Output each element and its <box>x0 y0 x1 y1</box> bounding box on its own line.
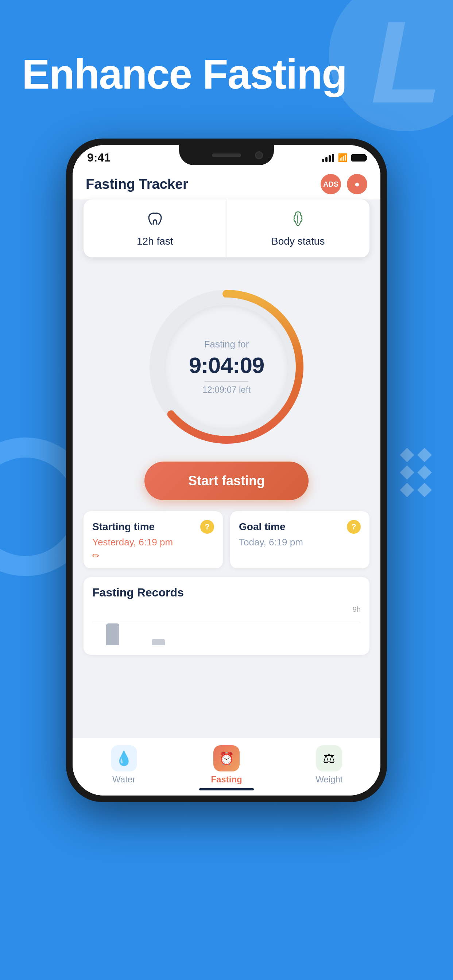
bg-clock-letter: L <box>371 4 442 120</box>
phone-frame: 9:41 📶 Fasting Tracker A <box>66 138 387 802</box>
records-section: Fasting Records 9h <box>83 577 370 655</box>
fasting-icon: ⏰ <box>214 745 239 772</box>
goal-time-value: Today, 6:19 pm <box>239 537 361 548</box>
nav-fasting[interactable]: ⏰ Fasting <box>175 745 278 784</box>
bg-diamonds <box>400 449 431 496</box>
bottom-nav: 💧 Water ⏰ Fasting ⚖ Weight <box>73 738 380 795</box>
starting-time-value: Yesterday, 6:19 pm <box>92 537 214 548</box>
goal-time-header: Goal time ? <box>239 520 361 534</box>
weight-emoji: ⚖ <box>323 750 335 766</box>
chart-max-label: 9h <box>353 605 361 614</box>
tab-12h-fast[interactable]: 12h fast <box>83 199 227 258</box>
water-icon: 💧 <box>111 745 137 772</box>
tab-12h-fast-label: 12h fast <box>137 235 173 247</box>
status-time: 9:41 <box>87 151 110 164</box>
goal-time-card: Goal time ? Today, 6:19 pm <box>230 511 370 568</box>
timer-circle: Fasting for 9:04:09 12:09:07 left <box>143 283 310 450</box>
timer-section: Fasting for 9:04:09 12:09:07 left <box>83 272 370 458</box>
chart-bar-2 <box>183 644 224 645</box>
tab-body-status-label: Body status <box>271 235 325 247</box>
ads-label: ADS <box>323 180 338 188</box>
timer-time: 9:04:09 <box>189 352 265 378</box>
starting-time-card: Starting time ? Yesterday, 6:19 pm ✏ <box>83 511 223 568</box>
bar-2 <box>197 644 211 645</box>
starting-time-title: Starting time <box>92 521 155 533</box>
question-mark: ? <box>205 522 209 531</box>
nav-fasting-label: Fasting <box>211 775 242 784</box>
notch-speaker <box>212 153 241 157</box>
chart-bar-4 <box>274 644 316 645</box>
chart-bar-3 <box>229 644 270 645</box>
selector-tabs: 12h fast Body status <box>83 199 370 258</box>
edit-icon[interactable]: ✏ <box>92 551 214 561</box>
chart-bar-1 <box>138 639 179 645</box>
records-chart: 9h <box>92 605 361 649</box>
status-icons: 📶 <box>322 153 366 162</box>
record-button[interactable]: ● <box>347 174 367 194</box>
start-button-section: Start fasting <box>83 458 370 511</box>
nav-weight-label: Weight <box>316 775 343 784</box>
phone-mockup: 9:41 📶 Fasting Tracker A <box>66 138 387 802</box>
goal-question-mark: ? <box>351 522 356 531</box>
goal-time-title: Goal time <box>239 521 286 533</box>
time-cards: Starting time ? Yesterday, 6:19 pm ✏ Goa… <box>83 511 370 568</box>
water-emoji: 💧 <box>115 750 132 766</box>
home-indicator <box>199 788 254 791</box>
goal-time-help[interactable]: ? <box>347 520 361 534</box>
nav-water[interactable]: 💧 Water <box>73 745 175 784</box>
timer-left: 12:09:07 left <box>203 385 250 395</box>
records-title: Fasting Records <box>92 586 361 600</box>
wifi-icon: 📶 <box>338 153 348 162</box>
starting-time-help[interactable]: ? <box>200 520 214 534</box>
chart-line <box>92 623 361 623</box>
chart-bar-5 <box>319 644 361 645</box>
notch-camera <box>255 151 263 159</box>
timer-label: Fasting for <box>204 339 249 350</box>
timer-display: Fasting for 9:04:09 12:09:07 left <box>164 305 289 429</box>
tab-body-status[interactable]: Body status <box>227 199 370 258</box>
phone-screen: 9:41 📶 Fasting Tracker A <box>73 145 380 795</box>
body-status-icon <box>289 210 307 232</box>
page-title: Enhance Fasting <box>22 51 346 97</box>
bar-4 <box>288 644 301 645</box>
app-title: Fasting Tracker <box>86 177 188 192</box>
start-fasting-button[interactable]: Start fasting <box>144 461 309 500</box>
weight-icon: ⚖ <box>316 745 342 772</box>
record-icon: ● <box>354 179 360 189</box>
main-content: Fasting for 9:04:09 12:09:07 left Start … <box>73 265 380 662</box>
timer-divider <box>205 381 248 382</box>
nav-water-label: Water <box>112 775 135 784</box>
phone-notch <box>179 145 274 165</box>
bar-0 <box>106 624 119 645</box>
bar-3 <box>242 644 256 645</box>
ads-button[interactable]: ADS <box>321 174 341 194</box>
bar-1 <box>152 639 165 645</box>
battery-icon <box>351 154 366 162</box>
bar-5 <box>334 644 347 645</box>
header-icons: ADS ● <box>321 174 367 194</box>
app-header: Fasting Tracker ADS ● <box>73 167 380 199</box>
fast-icon <box>146 210 164 232</box>
nav-weight[interactable]: ⚖ Weight <box>278 745 380 784</box>
signal-bars-icon <box>322 154 334 162</box>
fasting-emoji: ⏰ <box>219 751 234 765</box>
chart-bar-0 <box>92 624 134 645</box>
starting-time-header: Starting time ? <box>92 520 214 534</box>
